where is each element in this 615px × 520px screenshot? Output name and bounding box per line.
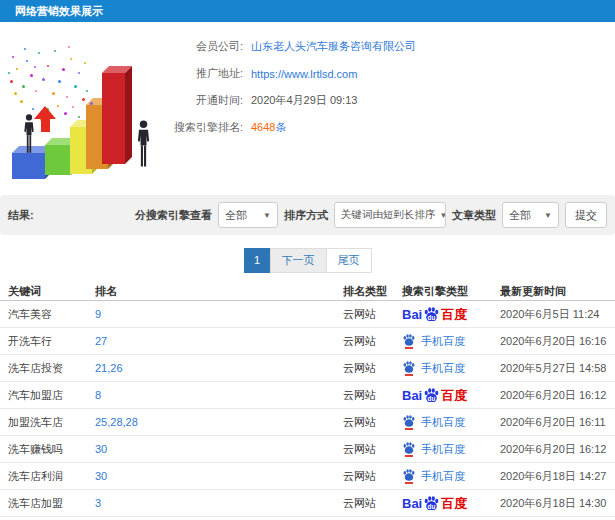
svg-text:du: du	[428, 503, 436, 510]
engine-view-selected: 全部	[225, 208, 247, 223]
table-row: 开洗车行27云网站手机百度2020年6月20日 16:16	[0, 328, 615, 355]
svg-text:du: du	[428, 395, 436, 402]
cell-engine: 手机百度	[402, 415, 500, 430]
article-type-select[interactable]: 全部 ▼	[502, 202, 559, 228]
page-title: 网络营销效果展示	[0, 0, 615, 22]
baidu-paw-icon: du	[423, 307, 440, 321]
cell-engine: 手机百度	[402, 442, 500, 457]
engine-view-select[interactable]: 全部 ▼	[218, 202, 278, 228]
cell-updated: 2020年6月20日 16:12	[500, 388, 615, 403]
ranking-table: 关键词排名排名类型搜索引擎类型最新更新时间 汽车美容9云网站Baidu百度202…	[0, 283, 615, 517]
baidu-bai-text: Bai	[402, 308, 422, 321]
column-header: 排名类型	[343, 284, 402, 299]
promo-url-link[interactable]: https://www.lrtlsd.com	[251, 68, 357, 80]
next-page-button[interactable]: 下一页	[270, 248, 327, 273]
submit-button[interactable]: 提交	[565, 202, 607, 228]
confetti-dot	[34, 66, 36, 68]
cell-engine: 手机百度	[402, 334, 500, 349]
rank-count-number: 4648	[251, 121, 275, 133]
rank-count-unit: 条	[275, 121, 286, 133]
marketing-dashboard: 网络营销效果展示 会员公司: 山东老人头汽车服务咨询有限公司 推广地址: htt…	[0, 0, 615, 520]
red-dash-icon	[405, 374, 413, 376]
cell-rank-type: 云网站	[343, 415, 402, 430]
chevron-down-icon: ▼	[544, 211, 552, 220]
cell-rank-type: 云网站	[343, 442, 402, 457]
baidu-paw-icon	[402, 442, 416, 454]
baidu-pc-logo: Baidu百度	[402, 307, 467, 321]
baidu-paw-icon: du	[423, 388, 440, 402]
company-info-panel: 会员公司: 山东老人头汽车服务咨询有限公司 推广地址: https://www.…	[170, 33, 610, 141]
table-row: 洗车店加盟3云网站Baidu百度2020年6月18日 14:30	[0, 490, 615, 517]
confetti-dot	[38, 52, 40, 54]
confetti-dot	[66, 96, 68, 98]
confetti-dot	[12, 56, 14, 58]
growth-chart-illustration	[0, 28, 185, 193]
confetti-dot	[78, 72, 80, 74]
confetti-dot	[70, 58, 72, 60]
cell-updated: 2020年6月20日 16:11	[500, 415, 615, 430]
red-dash-icon	[405, 482, 413, 484]
cell-rank-link[interactable]: 9	[95, 308, 343, 320]
cell-rank-link[interactable]: 30	[95, 470, 343, 482]
baidu-mobile-label: 手机百度	[421, 361, 465, 376]
cell-rank-type: 云网站	[343, 388, 402, 403]
cell-engine: Baidu百度	[402, 307, 500, 321]
cell-rank-link[interactable]: 21,26	[95, 362, 343, 374]
company-name-link[interactable]: 山东老人头汽车服务咨询有限公司	[251, 39, 416, 54]
engine-view-label: 分搜索引擎查看	[135, 208, 212, 223]
baidu-mobile-logo: 手机百度	[402, 415, 465, 430]
baidu-mobile-icon	[402, 469, 416, 484]
baidu-cn-text: 百度	[441, 308, 467, 321]
baidu-mobile-label: 手机百度	[421, 469, 465, 484]
cell-keyword: 汽车加盟店	[8, 388, 95, 403]
cell-rank-link[interactable]: 8	[95, 389, 343, 401]
baidu-mobile-label: 手机百度	[421, 415, 465, 430]
page-button-current[interactable]: 1	[244, 248, 271, 273]
cell-keyword: 洗车店利润	[8, 469, 95, 484]
baidu-paw-icon	[402, 334, 416, 346]
cell-engine: 手机百度	[402, 361, 500, 376]
cell-rank-link[interactable]: 25,28,28	[95, 416, 343, 428]
red-dash-icon	[405, 428, 413, 430]
confetti-dot	[30, 74, 33, 77]
sort-select[interactable]: 关键词由短到长排序 ▼	[334, 202, 446, 228]
field-rank-count-label: 搜索引擎排名:	[170, 120, 243, 135]
table-row: 加盟洗车店25,28,28云网站手机百度2020年6月20日 16:11	[0, 409, 615, 436]
confetti-dot	[52, 92, 55, 95]
sort-selected: 关键词由短到长排序	[341, 208, 436, 222]
baidu-mobile-icon	[402, 415, 416, 430]
cell-rank-type: 云网站	[343, 334, 402, 349]
field-url-label: 推广地址:	[170, 66, 243, 81]
baidu-mobile-icon	[402, 361, 416, 376]
baidu-mobile-icon	[402, 334, 416, 349]
cell-rank-link[interactable]: 27	[95, 335, 343, 347]
confetti-dot	[26, 60, 28, 62]
baidu-mobile-label: 手机百度	[421, 442, 465, 457]
confetti-dot	[82, 98, 85, 101]
baidu-pc-logo: Baidu百度	[402, 496, 467, 510]
confetti-dot	[24, 48, 26, 50]
cell-rank-link[interactable]: 30	[95, 443, 343, 455]
cell-rank-link[interactable]: 3	[95, 497, 343, 509]
baidu-paw-icon	[402, 361, 416, 373]
cell-updated: 2020年6月5日 11:24	[500, 307, 615, 322]
chevron-down-icon: ▼	[440, 211, 447, 220]
filter-bar: 结果: 分搜索引擎查看 全部 ▼ 排序方式 关键词由短到长排序 ▼ 文章类型 全…	[0, 195, 615, 235]
confetti-dot	[8, 72, 10, 74]
baidu-mobile-logo: 手机百度	[402, 361, 465, 376]
table-row: 汽车加盟店8云网站Baidu百度2020年6月20日 16:12	[0, 382, 615, 409]
chart-bar	[45, 145, 71, 175]
baidu-mobile-logo: 手机百度	[402, 334, 465, 349]
last-page-button[interactable]: 尾页	[326, 248, 372, 273]
baidu-paw-icon	[402, 415, 416, 427]
baidu-paw-icon: du	[423, 496, 440, 510]
baidu-cn-text: 百度	[441, 389, 467, 402]
cell-rank-type: 云网站	[343, 496, 402, 511]
cell-keyword: 开洗车行	[8, 334, 95, 349]
cell-keyword: 洗车赚钱吗	[8, 442, 95, 457]
confetti-dot	[64, 112, 67, 115]
field-rank-count: 搜索引擎排名: 4648条	[170, 114, 610, 141]
confetti-dot	[58, 80, 61, 83]
baidu-paw-icon	[402, 469, 416, 481]
cell-updated: 2020年6月20日 16:12	[500, 442, 615, 457]
